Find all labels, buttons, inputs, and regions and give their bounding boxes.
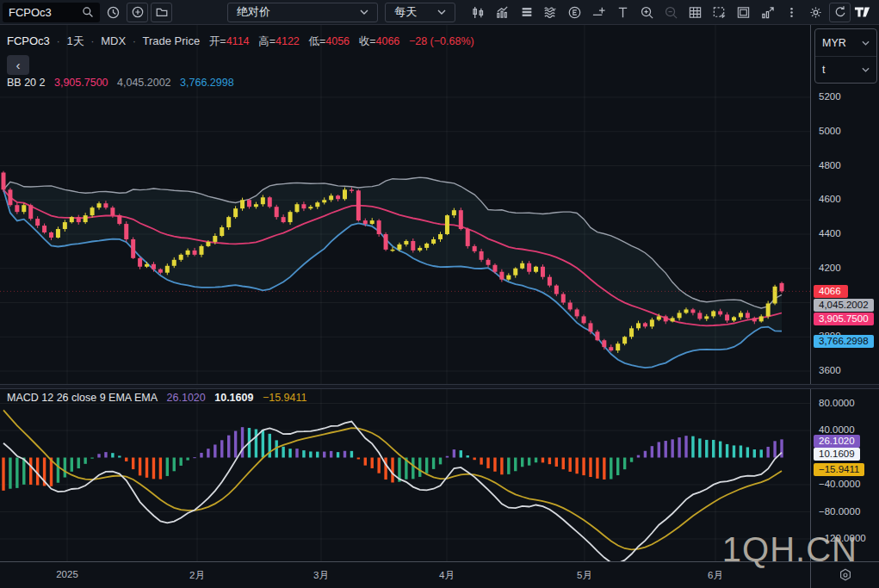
plus-circle-icon <box>131 5 145 19</box>
templates-button[interactable] <box>516 3 537 22</box>
legend-interval: 1天 <box>66 34 84 47</box>
price-mode-dropdown[interactable]: 绝对价 <box>227 3 378 22</box>
snapshot-button[interactable] <box>709 3 730 22</box>
macd-tick: −80.0000 <box>819 506 860 517</box>
more-options-button[interactable] <box>781 3 802 22</box>
currency-unit-widget: MYR t <box>814 28 877 84</box>
compare-button[interactable] <box>540 3 561 22</box>
price-tick: 4200 <box>819 263 841 273</box>
unit-dropdown[interactable]: t <box>815 56 876 83</box>
waves-icon <box>543 5 558 20</box>
change-value: −28 (−0.68%) <box>409 35 474 47</box>
layout-manager-button[interactable] <box>733 3 754 22</box>
last-price-badge: 4066 <box>814 285 848 298</box>
bb-title: BB 20 2 <box>7 77 45 89</box>
interval-dropdown[interactable]: 每天 <box>385 3 455 22</box>
legend-back-button[interactable]: ‹ <box>7 55 29 75</box>
macd-value-badge: −15.9411 <box>814 463 864 476</box>
snapshot-icon <box>712 5 727 20</box>
price-tick: 4800 <box>819 160 841 170</box>
macd-pane[interactable]: MACD 12 26 close 9 EMA EMA 26.1020 10.16… <box>0 389 810 561</box>
open-layout-button[interactable] <box>151 3 172 22</box>
data-window-button[interactable] <box>684 3 706 22</box>
macd-tick: −120.0000 <box>819 533 866 543</box>
symbol-search-box[interactable]: FCPOc3 <box>3 3 100 22</box>
symbol-search-value: FCPOc3 <box>9 6 52 19</box>
hexagon-gear-icon <box>838 567 853 583</box>
settings-button[interactable] <box>805 3 826 22</box>
time-axis-label: 5月 <box>577 569 592 582</box>
high-value: 4122 <box>275 35 300 47</box>
macd-tick: 80.0000 <box>819 398 855 408</box>
undo-icon <box>833 5 847 19</box>
alert-button[interactable] <box>588 3 610 22</box>
open-value: 4114 <box>226 35 250 47</box>
undo-button[interactable] <box>829 3 851 22</box>
price-tick: 4600 <box>819 194 841 204</box>
legend-exchange: MDX <box>101 34 126 47</box>
zoom-out-button[interactable] <box>660 3 682 22</box>
close-label: 收= <box>359 35 376 47</box>
macd-line-value: 10.1609 <box>214 392 253 404</box>
time-axis-label: 6月 <box>708 569 723 582</box>
indicator-price-badge: 4,045.2002 <box>814 299 874 312</box>
publish-button[interactable] <box>757 3 778 22</box>
macd-title: MACD 12 26 close 9 EMA EMA <box>7 392 158 404</box>
top-toolbar: FCPOc3 绝对价 每天 <box>0 0 879 25</box>
tradingview-logo[interactable] <box>854 3 876 22</box>
e-circle-icon <box>567 5 582 20</box>
bb-upper-value: 4,045.2002 <box>117 77 171 89</box>
time-axis[interactable]: 20252月3月4月5月6月 <box>0 561 810 588</box>
unit-value: t <box>822 64 825 76</box>
chevron-down-icon <box>360 9 368 15</box>
price-tick: 5000 <box>819 126 841 136</box>
currency-value: MYR <box>822 37 846 49</box>
time-axis-label: 4月 <box>439 569 455 582</box>
macd-value-badge: 10.1609 <box>814 448 860 461</box>
chart-layout: FCPOc3 · 1天 · MDX · Trade Price 开=4114 高… <box>0 25 879 588</box>
low-value: 4056 <box>325 35 350 47</box>
window-layout-icon <box>736 5 751 20</box>
toolbar-icon-strip <box>465 3 851 22</box>
macd-axis[interactable]: 80.000040.0000−40.0000−80.0000−120.00002… <box>810 389 879 561</box>
clock-icon <box>106 5 121 20</box>
zoom-out-icon <box>664 5 678 20</box>
folder-icon <box>155 5 169 19</box>
macd-legend: MACD 12 26 close 9 EMA EMA 26.1020 10.16… <box>7 392 313 404</box>
bollinger-legend: BB 20 2 3,905.7500 4,045.2002 3,766.2998 <box>7 77 240 89</box>
price-tick: 3600 <box>819 365 841 375</box>
chart-style-button[interactable] <box>467 3 489 22</box>
indicators-button[interactable] <box>492 3 513 22</box>
legend-series: Trade Price <box>143 34 201 47</box>
recently-used-button[interactable] <box>102 3 124 22</box>
time-axis-settings[interactable] <box>810 561 879 588</box>
price-axis[interactable]: MYR t 5200500048004600440042004000380036… <box>810 25 879 384</box>
chevron-left-icon: ‹ <box>16 58 21 72</box>
bb-lower-value: 3,766.2998 <box>180 77 234 89</box>
open-label: 开= <box>209 35 226 47</box>
interval-value: 每天 <box>394 4 417 20</box>
bb-basis-value: 3,905.7500 <box>54 77 108 89</box>
time-axis-label: 2025 <box>56 569 78 579</box>
symbol-legend: FCPOc3 · 1天 · MDX · Trade Price 开=4114 高… <box>7 34 474 49</box>
currency-dropdown[interactable]: MYR <box>815 29 876 56</box>
add-symbol-button[interactable] <box>127 3 148 22</box>
low-label: 低= <box>308 35 325 47</box>
search-icon <box>82 6 94 18</box>
time-axis-label: 3月 <box>313 569 329 582</box>
macd-signal-value: −15.9411 <box>263 392 307 404</box>
main-chart-pane[interactable]: FCPOc3 · 1天 · MDX · Trade Price 开=4114 高… <box>0 25 810 384</box>
gear-icon <box>808 5 823 20</box>
macd-value-badge: 26.1020 <box>814 435 860 448</box>
macd-hist-value: 26.1020 <box>167 392 206 404</box>
kebab-menu-icon <box>785 6 798 19</box>
indicator-price-badge: 3,766.2998 <box>814 335 874 348</box>
close-value: 4066 <box>376 35 400 47</box>
table-icon <box>688 5 703 20</box>
zoom-in-button[interactable] <box>636 3 658 22</box>
text-tool-button[interactable] <box>612 3 634 22</box>
macd-tick: −40.0000 <box>819 479 860 489</box>
high-label: 高= <box>258 35 275 47</box>
economy-button[interactable] <box>564 3 585 22</box>
macd-canvas[interactable] <box>0 389 810 561</box>
